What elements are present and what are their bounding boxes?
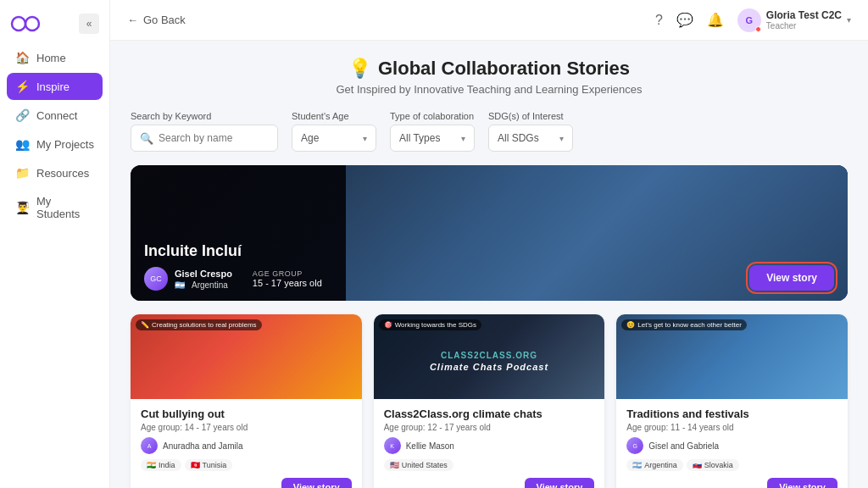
card-age: Age group: 11 - 14 years old bbox=[626, 423, 837, 432]
card-author-name: Gisel and Gabriela bbox=[648, 441, 719, 451]
sidebar-item-my-students[interactable]: 👨‍🎓 My Students bbox=[7, 188, 103, 227]
card-author-name: Kellie Mason bbox=[406, 441, 454, 451]
svg-point-1 bbox=[25, 17, 39, 30]
sidebar-item-my-projects[interactable]: 👥 My Projects bbox=[7, 130, 103, 158]
age-value: Age bbox=[301, 132, 319, 144]
card-countries: 🇦🇷 Argentina 🇸🇰 Slovakia bbox=[626, 459, 837, 471]
status-dot bbox=[755, 26, 761, 32]
my-students-icon: 👨‍🎓 bbox=[15, 201, 30, 214]
collab-filter: Type of colaboration All Types ▾ bbox=[390, 111, 475, 152]
sidebar-item-home[interactable]: 🏠 Home bbox=[7, 44, 103, 71]
back-label: Go Back bbox=[143, 14, 186, 26]
card-author-avatar: K bbox=[384, 437, 401, 454]
card-overlay-text: CLASS2CLASS.ORG Climate Chats Podcast bbox=[430, 351, 548, 372]
age-select[interactable]: Age ▾ bbox=[292, 125, 376, 152]
card-authors: A Anuradha and Jamila bbox=[141, 437, 352, 454]
chevron-down-icon: ▾ bbox=[559, 134, 564, 143]
card-countries: 🇺🇸 United States bbox=[384, 459, 595, 471]
story-card: 🎯 Working towards the SDGs CLASS2CLASS.O… bbox=[374, 314, 605, 488]
title-text: Global Collaboration Stories bbox=[378, 58, 630, 80]
help-icon[interactable]: ? bbox=[655, 13, 663, 28]
my-projects-icon: 👥 bbox=[15, 137, 30, 151]
featured-author: GC Gisel Crespo 🇦🇷 Argentina Age group bbox=[144, 267, 322, 291]
card-image: 🎯 Working towards the SDGs CLASS2CLASS.O… bbox=[374, 314, 605, 399]
user-name: Gloria Test C2C bbox=[766, 9, 842, 21]
sdg-select[interactable]: All SDGs ▾ bbox=[488, 125, 573, 152]
card-title: Class2Class.org climate chats bbox=[384, 408, 595, 420]
card-image: 😊 Let's get to know each other better bbox=[616, 314, 848, 399]
card-body: Traditions and festivals Age group: 11 -… bbox=[616, 399, 848, 488]
keyword-filter: Search by Keyword 🔍 bbox=[131, 111, 278, 152]
topbar: ← Go Back ? 💬 🔔 G Gloria Test C2C Teache… bbox=[110, 0, 868, 41]
sidebar: « 🏠 Home ⚡ Inspire 🔗 Connect 👥 My Projec… bbox=[0, 0, 110, 488]
sdg-filter: SDG(s) of Interest All SDGs ▾ bbox=[488, 111, 573, 152]
card-badge: ✏️ Creating solutions to real problems bbox=[136, 319, 262, 330]
age-group: Age group 15 - 17 years old bbox=[253, 269, 322, 288]
card-badge: 😊 Let's get to know each other better bbox=[621, 319, 747, 330]
sidebar-item-label: My Students bbox=[36, 195, 94, 220]
view-story-button[interactable]: View story bbox=[767, 478, 837, 488]
search-input[interactable] bbox=[159, 132, 269, 144]
featured-content: Incluite Incluí GC Gisel Crespo 🇦🇷 Argen… bbox=[144, 242, 834, 291]
page-title: 💡 Global Collaboration Stories bbox=[131, 58, 848, 80]
featured-story: Incluite Incluí GC Gisel Crespo 🇦🇷 Argen… bbox=[131, 165, 848, 301]
back-arrow-icon: ← bbox=[127, 14, 138, 26]
sidebar-item-connect[interactable]: 🔗 Connect bbox=[7, 102, 103, 129]
user-menu[interactable]: G Gloria Test C2C Teacher ▾ bbox=[737, 8, 851, 32]
search-icon: 🔍 bbox=[140, 132, 153, 145]
filters-row: Search by Keyword 🔍 Student's Age Age ▾ … bbox=[131, 111, 848, 152]
author-name: Gisel Crespo bbox=[175, 269, 232, 279]
country-badge: 🇸🇰 Slovakia bbox=[687, 459, 739, 471]
badge-icon: 🎯 bbox=[384, 321, 392, 329]
back-button[interactable]: ← Go Back bbox=[127, 14, 186, 26]
featured-title: Incluite Incluí bbox=[144, 242, 322, 260]
featured-view-story-button[interactable]: View story bbox=[749, 265, 834, 291]
country-name: Tunisia bbox=[203, 461, 227, 469]
app-logo bbox=[10, 14, 41, 34]
author-country: 🇦🇷 Argentina bbox=[175, 280, 232, 290]
avatar: G bbox=[737, 8, 761, 32]
card-title: Traditions and festivals bbox=[626, 408, 837, 420]
keyword-label: Search by Keyword bbox=[131, 111, 278, 121]
collab-value: All Types bbox=[399, 132, 440, 144]
sidebar-item-label: Resources bbox=[36, 167, 89, 180]
card-author-avatar: G bbox=[626, 437, 643, 454]
country-name: United States bbox=[402, 461, 448, 469]
country-name: Argentina bbox=[192, 280, 228, 290]
sdg-label: SDG(s) of Interest bbox=[488, 111, 573, 121]
chat-icon[interactable]: 💬 bbox=[676, 12, 693, 28]
age-group-value: 15 - 17 years old bbox=[253, 278, 322, 288]
collab-select[interactable]: All Types ▾ bbox=[390, 125, 475, 152]
card-age: Age group: 14 - 17 years old bbox=[141, 423, 352, 432]
country-badge: 🇮🇳 India bbox=[141, 459, 181, 471]
age-filter: Student's Age Age ▾ bbox=[292, 111, 376, 152]
sidebar-item-resources[interactable]: 📁 Resources bbox=[7, 159, 103, 186]
page-title-section: 💡 Global Collaboration Stories Get Inspi… bbox=[131, 58, 848, 96]
page-content: 💡 Global Collaboration Stories Get Inspi… bbox=[110, 41, 868, 488]
inspire-icon: ⚡ bbox=[15, 80, 30, 93]
card-image: ✏️ Creating solutions to real problems bbox=[131, 314, 362, 399]
sidebar-logo: « bbox=[0, 7, 109, 44]
sidebar-item-label: Home bbox=[36, 52, 66, 64]
badge-icon: 😊 bbox=[626, 321, 635, 329]
view-story-button[interactable]: View story bbox=[525, 478, 595, 488]
card-footer: View story bbox=[384, 478, 595, 488]
keyword-input-wrap[interactable]: 🔍 bbox=[131, 125, 278, 152]
sidebar-item-inspire[interactable]: ⚡ Inspire bbox=[7, 73, 103, 100]
badge-icon: ✏️ bbox=[141, 321, 149, 329]
sidebar-collapse-button[interactable]: « bbox=[79, 14, 99, 34]
age-group-label: Age group bbox=[253, 269, 322, 278]
page-subtitle: Get Inspired by Innovative Teaching and … bbox=[131, 83, 848, 96]
user-role: Teacher bbox=[766, 21, 842, 30]
notification-icon[interactable]: 🔔 bbox=[707, 12, 724, 28]
card-body: Cut bullying out Age group: 14 - 17 year… bbox=[131, 399, 362, 488]
resources-icon: 📁 bbox=[15, 166, 30, 180]
card-badge: 🎯 Working towards the SDGs bbox=[379, 319, 481, 330]
badge-text: Creating solutions to real problems bbox=[152, 321, 257, 329]
topbar-right: ? 💬 🔔 G Gloria Test C2C Teacher ▾ bbox=[655, 8, 851, 32]
main-content: ← Go Back ? 💬 🔔 G Gloria Test C2C Teache… bbox=[110, 0, 868, 488]
chevron-down-icon: ▾ bbox=[847, 15, 851, 25]
view-story-button[interactable]: View story bbox=[281, 478, 352, 488]
story-card: ✏️ Creating solutions to real problems C… bbox=[131, 314, 362, 488]
argentina-flag-icon: 🇦🇷 bbox=[175, 280, 188, 289]
